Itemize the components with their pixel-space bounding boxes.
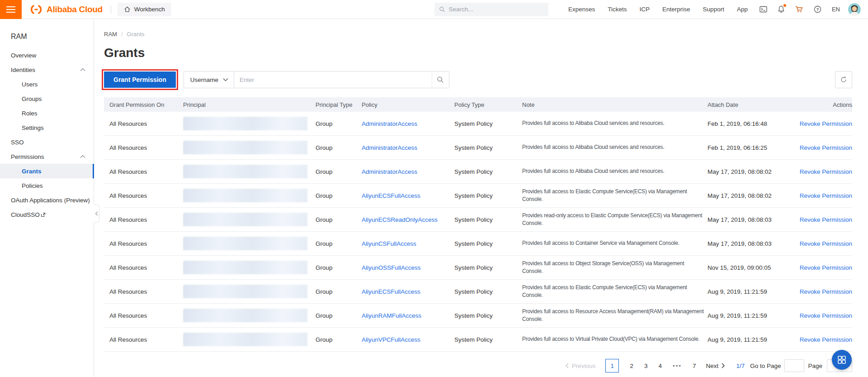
global-search[interactable] [434, 3, 548, 16]
breadcrumb-ram[interactable]: RAM [104, 31, 117, 38]
page-button-4[interactable]: 4 [658, 363, 662, 369]
revoke-permission-link[interactable]: Revoke Permission [800, 312, 852, 319]
sidebar-item-cloudsso[interactable]: CloudSSO [0, 207, 94, 222]
breadcrumb: RAM / Grants [104, 31, 852, 38]
policy-link[interactable]: AliyunECSReadOnlyAccess [362, 216, 438, 223]
revoke-permission-link[interactable]: Revoke Permission [800, 240, 852, 247]
sidebar-collapse-button[interactable] [94, 205, 99, 223]
previous-page-button[interactable]: Previous [565, 363, 596, 369]
revoke-permission-link[interactable]: Revoke Permission [800, 216, 852, 223]
nav-enterprise[interactable]: Enterprise [662, 6, 690, 13]
refresh-button[interactable] [835, 71, 852, 88]
filter-value-input[interactable] [234, 72, 432, 88]
global-search-input[interactable] [449, 6, 544, 13]
principal-redacted-value [183, 237, 307, 250]
nav-app[interactable]: App [737, 6, 748, 13]
grant-permission-on-cell: All Resources [104, 120, 183, 127]
sidebar-item-grants[interactable]: Grants [0, 164, 94, 178]
sidebar-item-label: Settings [22, 124, 44, 131]
chevron-left-icon [565, 363, 569, 368]
top-navigation: Expenses Tickets ICP Enterprise Support … [568, 6, 748, 13]
filter-search-button[interactable] [432, 72, 449, 88]
policy-link[interactable]: AliyunVPCFullAccess [362, 336, 420, 343]
nav-icp[interactable]: ICP [640, 6, 650, 13]
grant-permission-highlight-box: Grant Permission [102, 69, 178, 90]
next-page-button[interactable]: Next [706, 363, 726, 369]
revoke-permission-link[interactable]: Revoke Permission [800, 192, 852, 199]
sidebar-item-policies[interactable]: Policies [0, 178, 94, 193]
chevron-up-icon [80, 155, 85, 158]
page-button-7[interactable]: 7 [693, 363, 696, 369]
principal-cell [183, 237, 316, 250]
policy-type-cell: System Policy [454, 336, 522, 343]
policy-link[interactable]: AliyunCSFullAccess [362, 240, 416, 247]
policy-link[interactable]: AliyunECSFullAccess [362, 288, 420, 295]
policy-cell: AdministratorAccess [362, 168, 454, 175]
actions-cell: Revoke Permission [780, 144, 852, 151]
sidebar-item-permissions[interactable]: Permissions [0, 149, 94, 164]
sidebar-item-users[interactable]: Users [0, 77, 94, 91]
help-icon[interactable]: ? [814, 5, 821, 13]
sidebar-item-sso[interactable]: SSO [0, 135, 94, 149]
grant-permission-on-cell: All Resources [104, 216, 183, 223]
policy-link[interactable]: AdministratorAccess [362, 144, 417, 151]
sidebar-item-label: Groups [22, 95, 42, 102]
policy-link[interactable]: AliyunECSFullAccess [362, 192, 420, 199]
principal-type-cell: Group [316, 216, 362, 223]
workbench-button[interactable]: Workbench [118, 3, 171, 16]
revoke-permission-link[interactable]: Revoke Permission [800, 336, 852, 343]
nav-support[interactable]: Support [703, 6, 724, 13]
policy-link[interactable]: AdministratorAccess [362, 168, 417, 175]
sidebar-item-identities[interactable]: Identities [0, 62, 94, 77]
goto-page-input[interactable] [784, 359, 804, 372]
principal-type-cell: Group [316, 312, 362, 319]
nav-expenses[interactable]: Expenses [568, 6, 595, 13]
revoke-permission-link[interactable]: Revoke Permission [800, 288, 852, 295]
revoke-permission-link[interactable]: Revoke Permission [800, 120, 852, 127]
page-button-2[interactable]: 2 [630, 363, 633, 369]
sidebar-item-overview[interactable]: Overview [0, 48, 94, 62]
policy-link[interactable]: AliyunRAMFullAccess [362, 312, 421, 319]
sidebar-item-settings[interactable]: Settings [0, 120, 94, 135]
notification-bell-icon[interactable] [778, 5, 785, 13]
principal-redacted-value [183, 165, 307, 178]
actions-cell: Revoke Permission [780, 120, 852, 127]
sidebar-item-label: SSO [11, 139, 24, 146]
policy-cell: AliyunRAMFullAccess [362, 312, 454, 319]
page-title: Grants [104, 46, 852, 60]
principal-type-cell: Group [316, 264, 362, 271]
sidebar-item-oauth-applications-preview[interactable]: OAuth Applications (Preview) [0, 193, 94, 207]
user-avatar[interactable] [848, 3, 861, 16]
shopping-cart-icon[interactable] [795, 6, 803, 13]
sidebar-nav: Overview Identities Users Groups Roles S… [0, 48, 94, 222]
nav-tickets[interactable]: Tickets [608, 6, 627, 13]
grant-permission-on-cell: All Resources [104, 264, 183, 271]
refresh-icon [840, 76, 847, 83]
table-row: All Resources Group AdministratorAccess … [104, 160, 852, 184]
note-cell: Provides full access to Alibaba Cloud se… [522, 119, 708, 127]
revoke-permission-link[interactable]: Revoke Permission [800, 264, 852, 271]
alibaba-cloud-logo[interactable]: Alibaba Cloud [29, 5, 103, 14]
chevron-down-icon [223, 78, 228, 81]
grant-permission-button[interactable]: Grant Permission [104, 72, 176, 88]
revoke-permission-link[interactable]: Revoke Permission [800, 144, 852, 151]
policy-type-cell: System Policy [454, 240, 522, 247]
col-note: Note [522, 101, 708, 108]
policy-type-cell: System Policy [454, 144, 522, 151]
terminal-icon[interactable] [760, 6, 767, 13]
policy-link[interactable]: AliyunOSSFullAccess [362, 264, 421, 271]
language-switcher[interactable]: EN [832, 6, 840, 13]
filter-field-select[interactable]: Username [184, 72, 234, 88]
policy-link[interactable]: AdministratorAccess [362, 120, 417, 127]
floating-apps-button[interactable] [832, 350, 852, 370]
policy-cell: AdministratorAccess [362, 144, 454, 151]
filter-field-label: Username [190, 76, 218, 83]
page-button-1[interactable]: 1 [605, 359, 619, 372]
sidebar-item-groups[interactable]: Groups [0, 91, 94, 106]
revoke-permission-link[interactable]: Revoke Permission [800, 168, 852, 175]
table-row: All Resources Group AliyunECSFullAccess … [104, 184, 852, 208]
sidebar-item-roles[interactable]: Roles [0, 106, 94, 120]
page-button-3[interactable]: 3 [644, 363, 648, 369]
grant-permission-on-cell: All Resources [104, 168, 183, 175]
hamburger-menu-icon[interactable] [0, 0, 22, 19]
